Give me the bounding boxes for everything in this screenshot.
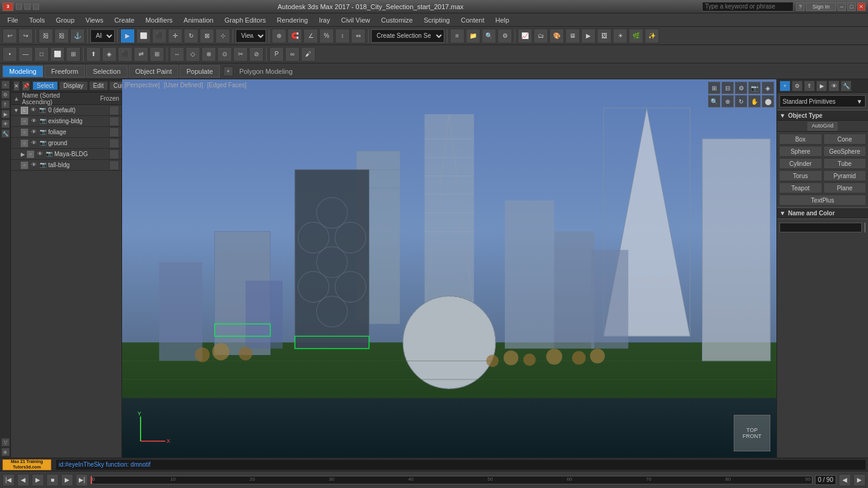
motion-icon[interactable]: ▶ — [1, 110, 10, 118]
scene-item-tall-bldg[interactable]: ○ 👁 📷 tall-bldg — [11, 160, 121, 171]
modify-icon[interactable]: ⚙ — [1, 90, 10, 99]
panel-pin-btn[interactable]: 📌 — [22, 81, 30, 91]
rp-category-dropdown[interactable]: Standard Primitives ▼ — [779, 95, 866, 107]
cut-btn[interactable]: ✂ — [233, 47, 248, 62]
menu-iray[interactable]: Iray — [314, 15, 335, 25]
selection-dropdown[interactable]: Create Selection Se — [371, 29, 444, 43]
rp-sphere-btn[interactable]: Sphere — [779, 146, 822, 157]
select-btn[interactable]: ▶ — [120, 29, 135, 43]
rp-name-input[interactable] — [779, 223, 862, 232]
eye-icon-5[interactable]: 👁 — [30, 162, 37, 169]
menu-create[interactable]: Create — [109, 15, 139, 25]
freeze-btn-3[interactable] — [109, 138, 119, 148]
mirror-btn[interactable]: ⇔ — [351, 29, 366, 43]
panel-close-btn[interactable]: ✕ — [13, 81, 20, 91]
tl-stop-btn[interactable]: ■ — [46, 474, 59, 486]
scene-item-existing-bldg[interactable]: ○ 👁 📷 existing-bldg — [11, 116, 121, 127]
swift-loop-btn[interactable]: ∞ — [285, 47, 300, 62]
restore-btn[interactable] — [24, 4, 31, 10]
undo-btn[interactable]: ↩ — [2, 29, 17, 43]
tl-next-frame-btn[interactable]: ▶ — [61, 474, 73, 486]
search-input[interactable] — [702, 2, 794, 12]
extrude-btn[interactable]: ⬆ — [86, 47, 101, 62]
tl-prev-key-btn[interactable]: |◀ — [2, 474, 15, 486]
tab-freeform[interactable]: Freeform — [45, 65, 85, 77]
pivot-btn[interactable]: ⊕ — [272, 29, 286, 43]
render-icon-5[interactable]: 📷 — [39, 162, 46, 169]
tab-edit[interactable]: Edit — [89, 81, 108, 90]
snap-btn[interactable]: 🧲 — [288, 29, 302, 43]
sets-icon[interactable]: ⊕ — [1, 448, 10, 456]
app-icon[interactable]: 3 — [2, 2, 13, 11]
vertex-btn[interactable]: • — [2, 47, 17, 62]
vp-restore-btn[interactable]: ⊟ — [722, 82, 734, 94]
rp-autogrid-btn[interactable]: AutoGrid — [808, 122, 838, 131]
sign-in-btn[interactable]: Sign In — [806, 2, 836, 11]
timeline-bar[interactable]: 0 10 20 30 40 50 60 70 80 90 — [90, 476, 812, 484]
hierarchy-icon[interactable]: ⇑ — [1, 100, 10, 109]
win-minimize-btn[interactable]: – — [837, 2, 846, 11]
display-icon[interactable]: 👁 — [1, 120, 10, 128]
rp-section-object-type[interactable]: ▼ Object Type — [777, 110, 868, 121]
move-btn[interactable]: ✛ — [168, 29, 183, 43]
paint-deform-btn[interactable]: 🖌 — [301, 47, 316, 62]
menu-graph-editors[interactable]: Graph Editors — [220, 15, 271, 25]
unlink-btn[interactable]: ⛓ — [54, 29, 69, 43]
props-btn[interactable]: ⚙ — [497, 29, 512, 43]
vp-zoom-btn[interactable]: 🔍 — [708, 95, 720, 107]
iray-btn[interactable]: ☀ — [613, 29, 627, 43]
eye-icon-2[interactable]: 👁 — [30, 129, 37, 136]
eye-icon[interactable]: 👁 — [30, 107, 37, 114]
freeze-btn-5[interactable] — [109, 160, 119, 170]
rp-tab-modify[interactable]: ⚙ — [792, 81, 803, 92]
scene-item-ground[interactable]: ○ 👁 📷 ground — [11, 138, 121, 149]
utility-icon[interactable]: 🔧 — [1, 129, 10, 138]
rp-cylinder-btn[interactable]: Cylinder — [779, 158, 822, 169]
tab-display[interactable]: Display — [59, 81, 88, 90]
eye-icon-4[interactable]: 👁 — [36, 151, 43, 158]
rp-tab-motion[interactable]: ▶ — [816, 81, 827, 92]
rp-pyramid-btn[interactable]: Pyramid — [823, 170, 867, 181]
ref-coord-btn[interactable]: ⊹ — [215, 29, 230, 43]
rp-section-name-color[interactable]: ▼ Name and Color — [777, 207, 868, 218]
create-icon[interactable]: + — [1, 81, 10, 89]
schematic-btn[interactable]: 🗂 — [533, 29, 548, 43]
tab-object-paint[interactable]: Object Paint — [129, 65, 179, 77]
angle-snap-btn[interactable]: ∠ — [303, 29, 318, 43]
bridge-btn[interactable]: ⇌ — [134, 47, 148, 62]
render-icon-1[interactable]: 📷 — [39, 118, 46, 125]
tl-prev-frame-btn[interactable]: ◀ — [17, 474, 29, 486]
tab-populate[interactable]: Populate — [179, 65, 219, 77]
help-icon[interactable]: ? — [796, 2, 805, 11]
menu-civil-view[interactable]: Civil View — [336, 15, 375, 25]
render-icon-4[interactable]: 📷 — [45, 151, 52, 158]
scene-item-maya-bldg[interactable]: ▶ ○ 👁 📷 Maya-BLDG — [11, 149, 121, 160]
rp-tab-create[interactable]: + — [779, 81, 790, 92]
rp-plane-btn[interactable]: Plane — [823, 182, 867, 193]
viewport[interactable]: X Y [Perspective] [User Defined] [Edged … — [122, 79, 776, 458]
bind-btn[interactable]: ⚓ — [70, 29, 85, 43]
turn-btn[interactable]: ↔ — [170, 47, 184, 62]
filter-icon[interactable]: ▽ — [1, 438, 10, 447]
layer-mgr-btn[interactable]: 📁 — [466, 29, 480, 43]
border-btn[interactable]: □ — [34, 47, 49, 62]
preserve-btn[interactable]: P — [269, 47, 284, 62]
eye-icon-3[interactable]: 👁 — [30, 140, 37, 147]
rp-tab-display[interactable]: 👁 — [828, 81, 839, 92]
freeze-btn-4[interactable] — [109, 149, 119, 159]
view-dropdown[interactable]: View — [236, 29, 266, 43]
rp-teapot-btn[interactable]: Teapot — [779, 182, 822, 193]
vp-zoom-all-btn[interactable]: ⊕ — [722, 95, 734, 107]
rp-tab-utility[interactable]: 🔧 — [841, 81, 852, 92]
menu-help[interactable]: Help — [491, 15, 515, 25]
connect-btn[interactable]: ⊞ — [150, 47, 164, 62]
edge-btn[interactable]: — — [18, 47, 33, 62]
mat-editor-btn[interactable]: 🎨 — [549, 29, 564, 43]
minimize-btn[interactable] — [16, 4, 22, 10]
menu-file[interactable]: File — [2, 15, 23, 25]
freeze-btn-1[interactable] — [109, 117, 119, 126]
select-region-btn[interactable]: ⬜ — [136, 29, 151, 43]
freeze-btn-2[interactable] — [109, 127, 119, 137]
render-icon-2[interactable]: 📷 — [39, 129, 46, 136]
scene-item-default[interactable]: ▼ L 👁 📷 0 (default) — [11, 105, 121, 116]
